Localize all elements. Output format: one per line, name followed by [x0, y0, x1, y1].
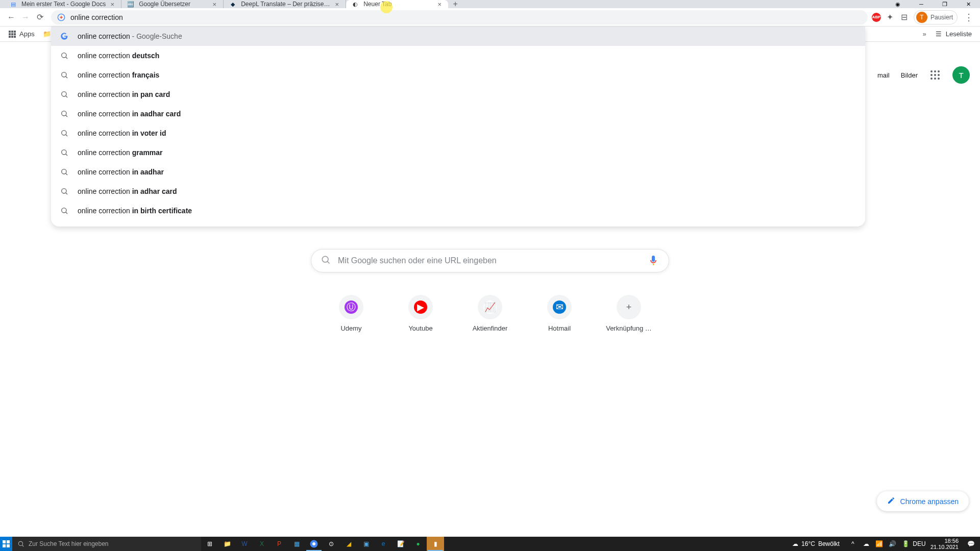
profile-button[interactable]: T Pausiert — [914, 10, 958, 24]
search-icon — [60, 168, 68, 176]
search-icon — [60, 90, 68, 98]
shortcut-tile[interactable]: ✉Hotmail — [531, 295, 588, 332]
tab-translate[interactable]: 🔤 Google Übersetzer × — [121, 0, 224, 8]
close-window-button[interactable]: ✕ — [957, 0, 980, 8]
omnibox-suggestion[interactable]: online correction in aadhar card — [51, 104, 865, 123]
adblock-icon[interactable]: ABP — [872, 13, 881, 22]
shortcut-tile[interactable]: 📈Aktienfinder — [461, 295, 519, 332]
word-icon[interactable]: W — [236, 537, 253, 551]
overflow-icon[interactable]: » — [922, 30, 926, 38]
taskbar-clock[interactable]: 18:56 21.10.2021 — [927, 538, 962, 550]
network-icon[interactable]: 📶 — [874, 540, 885, 547]
svg-point-25 — [930, 78, 933, 80]
shortcut-label: Udemy — [340, 324, 361, 332]
svg-rect-5 — [11, 33, 13, 35]
windows-search-placeholder: Zur Suche Text hier eingeben — [29, 540, 109, 547]
tray-chevron-icon[interactable]: ^ — [848, 540, 858, 547]
powerpoint-icon[interactable]: P — [271, 537, 288, 551]
reading-list-icon[interactable]: ⊟ — [899, 12, 910, 22]
weather-widget[interactable]: ☁ 16°C Bewölkt — [787, 540, 845, 547]
tab-title: Neuer Tab — [363, 1, 433, 8]
extensions-icon[interactable]: ✦ — [885, 12, 895, 22]
volume-icon[interactable]: 🔊 — [888, 540, 898, 547]
omnibox-suggestion[interactable]: online correction in birth certificate — [51, 201, 865, 220]
svg-rect-4 — [9, 33, 11, 35]
tab-newtab[interactable]: ◐ Neuer Tab × — [346, 0, 448, 8]
omnibox-suggestion[interactable]: online correction deutsch — [51, 46, 865, 65]
voice-search-button[interactable] — [647, 255, 659, 267]
start-button[interactable] — [0, 537, 12, 551]
svg-point-12 — [62, 92, 66, 96]
docs-icon: ▤ — [9, 0, 17, 8]
obs-icon[interactable]: ⊙ — [323, 537, 340, 551]
svg-point-19 — [930, 70, 933, 72]
tab-deepl[interactable]: ◆ DeepL Translate – Der präziseste × — [224, 0, 346, 8]
google-search-box[interactable]: Mit Google suchen oder eine URL eingeben — [311, 249, 669, 272]
excel-icon[interactable]: X — [253, 537, 271, 551]
customize-chrome-button[interactable]: Chrome anpassen — [877, 491, 969, 511]
language-indicator[interactable]: DEU — [914, 540, 924, 547]
minimize-button[interactable]: ─ — [910, 0, 933, 8]
back-button[interactable]: ← — [4, 10, 18, 24]
notifications-button[interactable]: 💬 — [965, 537, 977, 551]
chrome-icon[interactable] — [305, 537, 323, 551]
app-icon-4[interactable]: ▮ — [427, 537, 444, 551]
reading-list-button[interactable]: ☰ Leseliste — [930, 30, 976, 38]
app-icon-2[interactable]: ◢ — [340, 537, 357, 551]
windows-search-box[interactable]: Zur Suche Text hier eingeben — [12, 537, 201, 551]
onedrive-icon[interactable]: ☁ — [861, 540, 871, 547]
svg-point-15 — [62, 150, 66, 155]
shortcut-tile[interactable]: ⓊUdemy — [323, 295, 380, 332]
suggestion-text: online correction in voter id — [78, 129, 166, 137]
forward-button[interactable]: → — [18, 10, 33, 24]
close-icon[interactable]: × — [211, 1, 218, 8]
address-bar[interactable] — [51, 10, 868, 24]
shortcut-tile[interactable]: ▶Youtube — [392, 295, 449, 332]
add-shortcut-button[interactable]: +Verknüpfung … — [600, 295, 657, 332]
svg-point-10 — [62, 53, 66, 58]
svg-point-21 — [938, 70, 940, 72]
shortcut-icon: 📈 — [483, 300, 497, 314]
svg-rect-6 — [14, 33, 16, 35]
battery-icon[interactable]: 🔋 — [901, 540, 911, 547]
apps-button[interactable]: Apps — [4, 30, 39, 38]
search-icon — [321, 255, 331, 267]
task-view-button[interactable]: ⊞ — [201, 537, 218, 551]
app-icon-3[interactable]: ▣ — [357, 537, 375, 551]
search-icon — [60, 148, 68, 157]
svg-point-22 — [930, 74, 933, 76]
app-icon[interactable]: ▦ — [288, 537, 305, 551]
omnibox-suggestion[interactable]: online correction - Google-Suche — [51, 27, 865, 46]
explorer-icon[interactable]: 📁 — [218, 537, 236, 551]
omnibox-suggestion[interactable]: online correction français — [51, 65, 865, 85]
omnibox-suggestion[interactable]: online correction in aadhar — [51, 162, 865, 182]
svg-point-13 — [62, 111, 66, 116]
address-input[interactable] — [70, 13, 862, 21]
close-icon[interactable]: × — [109, 1, 116, 8]
omnibox-suggestion[interactable]: online correction in adhar card — [51, 182, 865, 201]
tab-docs[interactable]: ▤ Mein erster Text - Google Docs × — [4, 0, 121, 8]
weather-icon: ☁ — [792, 540, 798, 547]
tab-title: Google Übersetzer — [139, 1, 208, 8]
profile-indicator-icon[interactable]: ◉ — [886, 0, 910, 8]
suggestion-text: online correction grammar — [78, 148, 163, 157]
windows-taskbar: Zur Suche Text hier eingeben ⊞ 📁 W X P ▦… — [0, 537, 980, 551]
new-tab-button[interactable]: + — [448, 0, 462, 8]
browser-menu-button[interactable]: ⋮ — [962, 10, 976, 24]
svg-point-23 — [934, 74, 936, 76]
account-avatar[interactable]: T — [952, 66, 970, 84]
close-icon[interactable]: × — [436, 1, 443, 8]
svg-rect-30 — [7, 540, 10, 543]
maximize-button[interactable]: ❐ — [933, 0, 957, 8]
svg-point-27 — [938, 78, 940, 80]
spotify-icon[interactable]: ● — [409, 537, 427, 551]
notepad-icon[interactable]: 📝 — [392, 537, 409, 551]
edge-icon[interactable]: e — [375, 537, 392, 551]
omnibox-suggestion[interactable]: online correction grammar — [51, 143, 865, 162]
google-apps-button[interactable] — [929, 69, 941, 81]
omnibox-suggestion[interactable]: online correction in pan card — [51, 85, 865, 104]
omnibox-suggestion[interactable]: online correction in voter id — [51, 123, 865, 143]
images-link[interactable]: Bilder — [901, 71, 918, 79]
reload-button[interactable]: ⟳ — [33, 10, 47, 24]
close-icon[interactable]: × — [333, 1, 340, 8]
